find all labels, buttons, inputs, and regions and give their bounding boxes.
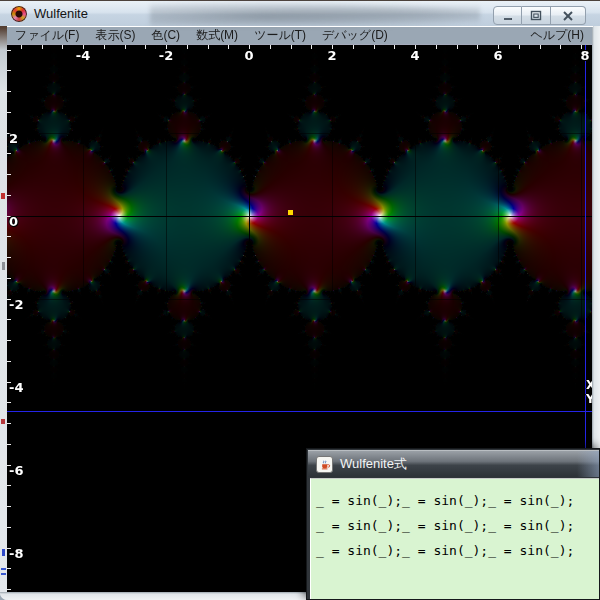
formula-editor[interactable]: _ = sin(_);_ = sin(_);_ = sin(_); _ = si… [310, 478, 599, 599]
maximize-button[interactable] [522, 6, 551, 25]
minimize-icon [502, 10, 514, 22]
window-frame-right [592, 26, 600, 448]
y-tick-label: -4 [9, 380, 23, 395]
close-button[interactable] [551, 6, 586, 25]
menu-tools[interactable]: ツール(T) [246, 27, 314, 44]
menu-help[interactable]: ヘルプ(H) [521, 27, 593, 44]
wulfenite-app-icon[interactable] [11, 6, 27, 22]
x-tick-label: 4 [402, 48, 428, 63]
glass-artifact [1, 419, 5, 424]
x-tick-label: 6 [485, 48, 511, 63]
window-frame-bottom [0, 592, 306, 600]
window-frame-left [0, 0, 7, 600]
x-tick-label: 0 [236, 48, 262, 63]
maximize-icon [530, 10, 542, 22]
formula-line: _ = sin(_);_ = sin(_);_ = sin(_); [316, 538, 599, 563]
x-tick-label: -4 [70, 48, 96, 63]
x-tick-label: 2 [319, 48, 345, 63]
minimize-button[interactable] [493, 6, 522, 25]
y-tick-label: -2 [9, 297, 23, 312]
formula-window: Wulfenite式 _ = sin(_);_ = sin(_);_ = sin… [306, 448, 600, 600]
y-tick-label: 2 [9, 131, 18, 146]
menu-bar: ファイル(F) 表示(S) 色(C) 数式(M) ツール(T) デバッグ(D) … [7, 26, 593, 45]
menu-view[interactable]: 表示(S) [87, 27, 143, 44]
y-tick-label: -6 [9, 463, 23, 478]
menu-file[interactable]: ファイル(F) [7, 27, 87, 44]
java-cup-icon [316, 456, 333, 473]
formula-line: _ = sin(_);_ = sin(_);_ = sin(_); [316, 488, 599, 513]
menu-formula[interactable]: 数式(M) [188, 27, 246, 44]
glass-artifact [1, 573, 6, 575]
title-bar[interactable]: Wulfenite [0, 0, 600, 26]
formula-window-title-bar[interactable]: Wulfenite式 [308, 450, 599, 477]
glass-artifact [2, 262, 5, 270]
menu-color[interactable]: 色(C) [143, 27, 188, 44]
close-icon [562, 10, 574, 22]
x-tick-label: -2 [153, 48, 179, 63]
menu-debug[interactable]: デバッグ(D) [314, 27, 396, 44]
window-title: Wulfenite [34, 6, 88, 21]
window-controls [493, 6, 586, 25]
formula-window-title: Wulfenite式 [340, 455, 407, 473]
glass-artifact [1, 568, 6, 570]
y-tick-label: 0 [9, 214, 18, 229]
glass-artifact [2, 549, 5, 556]
formula-line: _ = sin(_);_ = sin(_);_ = sin(_); [316, 513, 599, 538]
glass-artifact [1, 193, 5, 199]
y-tick-label: -8 [9, 546, 23, 561]
aero-glass-reflection [150, 2, 480, 26]
